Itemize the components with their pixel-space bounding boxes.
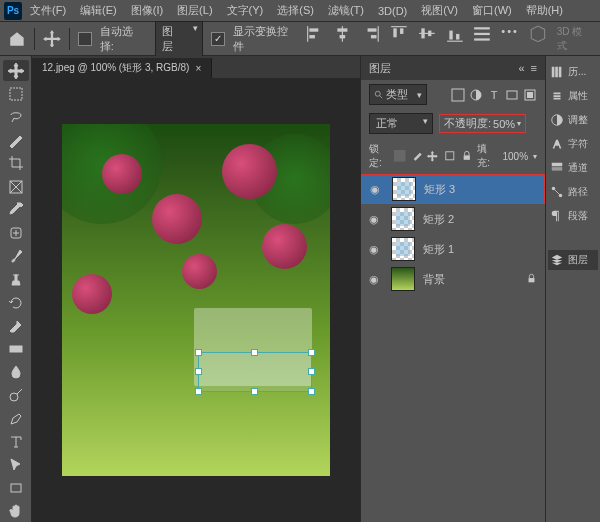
dodge-tool[interactable] bbox=[3, 385, 29, 406]
document-tab[interactable]: 12.jpeg @ 100% (矩形 3, RGB/8) × bbox=[32, 58, 212, 78]
transform-handle[interactable] bbox=[195, 368, 202, 375]
dock-paths[interactable]: 路径 bbox=[548, 182, 598, 202]
rectangle-tool[interactable] bbox=[3, 478, 29, 499]
menu-filter[interactable]: 滤镜(T) bbox=[322, 1, 370, 20]
filter-shape-icon[interactable] bbox=[505, 88, 519, 102]
transform-handle[interactable] bbox=[251, 349, 258, 356]
menu-type[interactable]: 文字(Y) bbox=[221, 1, 270, 20]
chevron-down-icon[interactable]: ▾ bbox=[533, 152, 537, 161]
panel-menu-icon[interactable]: ≡ bbox=[531, 62, 537, 74]
show-transform-checkbox[interactable] bbox=[211, 32, 225, 46]
layer-thumbnail[interactable] bbox=[391, 237, 415, 261]
history-brush-tool[interactable] bbox=[3, 292, 29, 313]
transform-handle[interactable] bbox=[308, 368, 315, 375]
pen-tool[interactable] bbox=[3, 408, 29, 429]
healing-brush-tool[interactable] bbox=[3, 222, 29, 243]
dock-properties[interactable]: 属性 bbox=[548, 86, 598, 106]
dock-channels[interactable]: 通道 bbox=[548, 158, 598, 178]
opacity-value[interactable]: 50% bbox=[493, 118, 515, 130]
transform-handle[interactable] bbox=[195, 388, 202, 395]
align-left-icon[interactable] bbox=[306, 25, 324, 43]
dock-paragraph[interactable]: 段落 bbox=[548, 206, 598, 226]
clone-stamp-tool[interactable] bbox=[3, 269, 29, 290]
align-middle-icon[interactable] bbox=[418, 25, 436, 43]
menu-3d[interactable]: 3D(D) bbox=[372, 3, 413, 19]
layer-item[interactable]: ◉ 背景 bbox=[361, 264, 545, 294]
menu-file[interactable]: 文件(F) bbox=[24, 1, 72, 20]
align-center-h-icon[interactable] bbox=[334, 25, 352, 43]
auto-select-checkbox[interactable] bbox=[78, 32, 92, 46]
blur-tool[interactable] bbox=[3, 362, 29, 383]
menu-view[interactable]: 视图(V) bbox=[415, 1, 464, 20]
lock-paint-icon[interactable] bbox=[411, 150, 423, 163]
type-tool[interactable] bbox=[3, 431, 29, 452]
transform-bounding-box[interactable] bbox=[198, 352, 312, 392]
layer-name[interactable]: 矩形 1 bbox=[423, 242, 454, 257]
marquee-tool[interactable] bbox=[3, 83, 29, 104]
more-options-icon[interactable]: ••• bbox=[501, 25, 519, 53]
auto-select-target-dropdown[interactable]: 图层 bbox=[155, 21, 203, 57]
layer-item[interactable]: ◉ 矩形 2 bbox=[361, 204, 545, 234]
dock-history[interactable]: 历... bbox=[548, 62, 598, 82]
transform-handle[interactable] bbox=[308, 388, 315, 395]
dock-character[interactable]: 字符 bbox=[548, 134, 598, 154]
dock-layers[interactable]: 图层 bbox=[548, 250, 598, 270]
menu-help[interactable]: 帮助(H) bbox=[520, 1, 569, 20]
eraser-tool[interactable] bbox=[3, 315, 29, 336]
menu-image[interactable]: 图像(I) bbox=[125, 1, 169, 20]
align-top-icon[interactable] bbox=[390, 25, 408, 43]
home-icon[interactable] bbox=[8, 30, 26, 48]
layer-item[interactable]: ◉ 矩形 3 bbox=[361, 174, 545, 204]
close-tab-icon[interactable]: × bbox=[195, 63, 201, 74]
path-selection-tool[interactable] bbox=[3, 454, 29, 475]
transform-handle[interactable] bbox=[195, 349, 202, 356]
layer-name[interactable]: 矩形 3 bbox=[424, 182, 455, 197]
menu-edit[interactable]: 编辑(E) bbox=[74, 1, 123, 20]
gradient-tool[interactable] bbox=[3, 338, 29, 359]
layer-thumbnail[interactable] bbox=[391, 207, 415, 231]
canvas[interactable] bbox=[62, 124, 330, 476]
move-tool[interactable] bbox=[3, 60, 29, 81]
eyedropper-tool[interactable] bbox=[3, 199, 29, 220]
chevron-down-icon[interactable]: ▾ bbox=[517, 119, 521, 128]
lock-transparency-icon[interactable] bbox=[394, 150, 406, 163]
hand-tool[interactable] bbox=[3, 501, 29, 522]
transform-handle[interactable] bbox=[308, 349, 315, 356]
transform-handle[interactable] bbox=[251, 388, 258, 395]
canvas-viewport[interactable] bbox=[32, 78, 360, 522]
layer-name[interactable]: 背景 bbox=[423, 272, 445, 287]
align-bottom-icon[interactable] bbox=[446, 25, 464, 43]
layer-item[interactable]: ◉ 矩形 1 bbox=[361, 234, 545, 264]
layer-thumbnail[interactable] bbox=[392, 177, 416, 201]
visibility-toggle-icon[interactable]: ◉ bbox=[369, 273, 383, 286]
filter-smart-icon[interactable] bbox=[523, 88, 537, 102]
lock-all-icon[interactable] bbox=[461, 150, 473, 163]
panel-collapse-icon[interactable]: « bbox=[518, 62, 524, 74]
opacity-control[interactable]: 不透明度: 50% ▾ bbox=[439, 114, 526, 133]
layer-name[interactable]: 矩形 2 bbox=[423, 212, 454, 227]
lock-position-icon[interactable] bbox=[427, 150, 439, 163]
align-right-icon[interactable] bbox=[362, 25, 380, 43]
distribute-icon[interactable] bbox=[473, 25, 491, 43]
menu-window[interactable]: 窗口(W) bbox=[466, 1, 518, 20]
blend-mode-dropdown[interactable]: 正常 bbox=[369, 113, 433, 134]
menu-layer[interactable]: 图层(L) bbox=[171, 1, 218, 20]
lock-icon[interactable] bbox=[526, 273, 537, 286]
dock-adjustments[interactable]: 调整 bbox=[548, 110, 598, 130]
filter-type-dropdown[interactable]: 类型 bbox=[369, 84, 427, 105]
menu-select[interactable]: 选择(S) bbox=[271, 1, 320, 20]
visibility-toggle-icon[interactable]: ◉ bbox=[369, 243, 383, 256]
lock-artboard-icon[interactable] bbox=[444, 150, 456, 163]
layer-thumbnail[interactable] bbox=[391, 267, 415, 291]
3d-mode-icon[interactable] bbox=[529, 25, 547, 43]
frame-tool[interactable] bbox=[3, 176, 29, 197]
magic-wand-tool[interactable] bbox=[3, 130, 29, 151]
brush-tool[interactable] bbox=[3, 246, 29, 267]
visibility-toggle-icon[interactable]: ◉ bbox=[370, 183, 384, 196]
fill-value[interactable]: 100% bbox=[502, 151, 528, 162]
filter-pixel-icon[interactable] bbox=[451, 88, 465, 102]
crop-tool[interactable] bbox=[3, 153, 29, 174]
visibility-toggle-icon[interactable]: ◉ bbox=[369, 213, 383, 226]
filter-type-icon[interactable]: T bbox=[487, 88, 501, 102]
filter-adjustment-icon[interactable] bbox=[469, 88, 483, 102]
